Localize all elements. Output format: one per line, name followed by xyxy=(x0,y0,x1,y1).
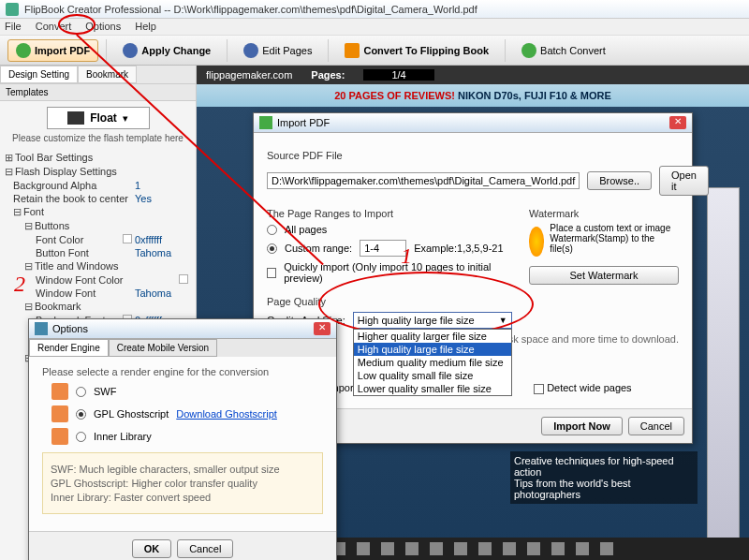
import-now-button[interactable]: Import Now xyxy=(541,417,623,435)
tab-bookmark[interactable]: Bookmark xyxy=(78,66,137,83)
convert-icon xyxy=(345,43,360,58)
tree-buttons[interactable]: Buttons xyxy=(35,220,191,232)
apply-change-button[interactable]: Apply Change xyxy=(114,39,219,62)
tree-flash[interactable]: Flash Display Settings xyxy=(15,166,191,178)
expand-icon[interactable]: ⊞ xyxy=(5,152,13,164)
watermark-icon xyxy=(529,227,544,257)
detect-wide-checkbox[interactable] xyxy=(534,384,544,394)
page-quality-label: Page Quality xyxy=(267,296,679,307)
quality-option[interactable]: Low quality small file size xyxy=(354,369,511,382)
edit-pages-button[interactable]: Edit Pages xyxy=(235,39,320,62)
menu-bar: File Convert Options Help xyxy=(0,19,749,36)
menu-convert[interactable]: Convert xyxy=(36,21,72,33)
control-icon[interactable] xyxy=(551,542,565,555)
range-label: The Page Ranges to Import xyxy=(267,208,510,219)
quality-option[interactable]: Lower quality smaller file size xyxy=(354,382,511,395)
separator xyxy=(328,39,329,62)
control-icon[interactable] xyxy=(576,542,589,555)
tree-retain[interactable]: Retain the book to center xyxy=(13,193,135,204)
tab-render-engine[interactable]: Render Engine xyxy=(29,339,109,357)
close-icon[interactable]: ✕ xyxy=(669,116,686,129)
radio-inner[interactable] xyxy=(76,432,86,442)
batch-icon xyxy=(521,43,536,58)
templates-header: Templates xyxy=(0,84,196,101)
dialog-titlebar[interactable]: Import PDF ✕ xyxy=(254,113,692,133)
cancel-button[interactable]: Cancel xyxy=(177,539,233,558)
control-icon[interactable] xyxy=(454,542,467,555)
cancel-button[interactable]: Cancel xyxy=(628,417,684,435)
main-toolbar: Import PDF Apply Change Edit Pages Conve… xyxy=(0,36,749,66)
control-icon[interactable] xyxy=(430,542,443,555)
download-ghostscript-link[interactable]: Download Ghostscript xyxy=(176,408,277,420)
label: Convert To Flipping Book xyxy=(363,45,489,56)
control-icon[interactable] xyxy=(405,542,419,555)
tree-win-font[interactable]: Window Font xyxy=(36,287,135,299)
quality-dropdown[interactable]: High quality large file size ▼ Higher qu… xyxy=(353,312,512,329)
pages-value: 1/4 xyxy=(363,69,433,81)
collapse-icon[interactable]: ⊟ xyxy=(24,260,33,273)
color-swatch[interactable] xyxy=(123,234,132,243)
close-icon[interactable]: ✕ xyxy=(314,322,330,335)
tree-font-color[interactable]: Font Color xyxy=(36,234,123,245)
edit-icon xyxy=(243,43,258,58)
tab-design-setting[interactable]: Design Setting xyxy=(0,66,78,83)
control-icon[interactable] xyxy=(381,542,394,555)
tree-font[interactable]: Font xyxy=(23,206,191,218)
template-selector[interactable]: Float ▾ xyxy=(47,107,150,129)
quality-note: disk space and more time to download. xyxy=(500,333,679,345)
tree-bg-alpha[interactable]: Background Alpha xyxy=(13,180,135,191)
tree-title-win[interactable]: Title and Windows xyxy=(35,260,191,273)
range-example: Example:1,3,5,9-21 xyxy=(414,243,503,254)
menu-options[interactable]: Options xyxy=(85,21,121,33)
radio-custom-range[interactable] xyxy=(267,243,277,254)
quick-import-checkbox[interactable] xyxy=(267,268,276,278)
set-watermark-button[interactable]: Set Watermark xyxy=(529,266,679,285)
menu-file[interactable]: File xyxy=(5,21,22,33)
quality-option[interactable]: High quality large file size xyxy=(354,343,511,356)
convert-button[interactable]: Convert To Flipping Book xyxy=(336,39,497,62)
swf-icon xyxy=(51,383,68,400)
collapse-icon[interactable]: ⊟ xyxy=(24,220,33,232)
custom-range-input[interactable]: 1-4 xyxy=(360,240,406,257)
tree-win-font-color[interactable]: Window Font Color xyxy=(36,274,179,286)
source-label: Source PDF File xyxy=(267,150,679,161)
radio-ghostscript[interactable] xyxy=(76,409,86,420)
tree-bookmark[interactable]: Bookmark xyxy=(35,301,191,313)
engine-prompt: Please selecte a render engine for the c… xyxy=(42,366,323,377)
color-swatch[interactable] xyxy=(179,274,188,284)
import-pdf-button[interactable]: Import PDF xyxy=(7,39,98,62)
import-icon xyxy=(16,43,31,58)
collapse-icon[interactable]: ⊟ xyxy=(13,206,22,218)
title-bar: FlipBook Creator Professional -- D:\Work… xyxy=(0,0,749,19)
dialog-titlebar[interactable]: Options ✕ xyxy=(29,319,336,339)
menu-help[interactable]: Help xyxy=(135,21,156,33)
inner-library-icon xyxy=(51,428,68,445)
control-icon[interactable] xyxy=(600,542,613,555)
quality-option[interactable]: Medium quality medium file size xyxy=(354,356,511,369)
browse-button[interactable]: Browse.. xyxy=(587,171,652,190)
tree-button-font[interactable]: Button Font xyxy=(36,247,135,258)
tab-mobile-version[interactable]: Create Mobile Version xyxy=(109,339,217,357)
tree-toolbar[interactable]: Tool Bar Settings xyxy=(15,152,191,164)
options-icon xyxy=(35,322,48,335)
label: Import PDF xyxy=(35,45,90,56)
quality-option[interactable]: Higher quality larger file size xyxy=(354,330,511,343)
control-icon[interactable] xyxy=(478,542,492,555)
source-path-input[interactable]: D:\Work\flippagemaker.com\themes\pdf\Dig… xyxy=(267,172,580,189)
magazine-spine xyxy=(707,187,740,543)
open-button[interactable]: Open it xyxy=(659,166,709,196)
quality-dropdown-list: Higher quality larger file size High qua… xyxy=(353,329,512,396)
collapse-icon[interactable]: ⊟ xyxy=(5,166,13,178)
separator xyxy=(227,39,228,62)
control-icon[interactable] xyxy=(527,542,540,555)
batch-convert-button[interactable]: Batch Convert xyxy=(513,39,614,62)
control-icon[interactable] xyxy=(357,542,370,555)
app-icon xyxy=(6,3,19,16)
ok-button[interactable]: OK xyxy=(132,539,172,558)
collapse-icon[interactable]: ⊟ xyxy=(24,301,33,313)
chevron-down-icon: ▼ xyxy=(499,316,507,325)
control-icon[interactable] xyxy=(503,542,516,555)
radio-swf[interactable] xyxy=(76,387,86,397)
radio-all-pages[interactable] xyxy=(267,225,277,235)
label: Apply Change xyxy=(141,45,211,56)
